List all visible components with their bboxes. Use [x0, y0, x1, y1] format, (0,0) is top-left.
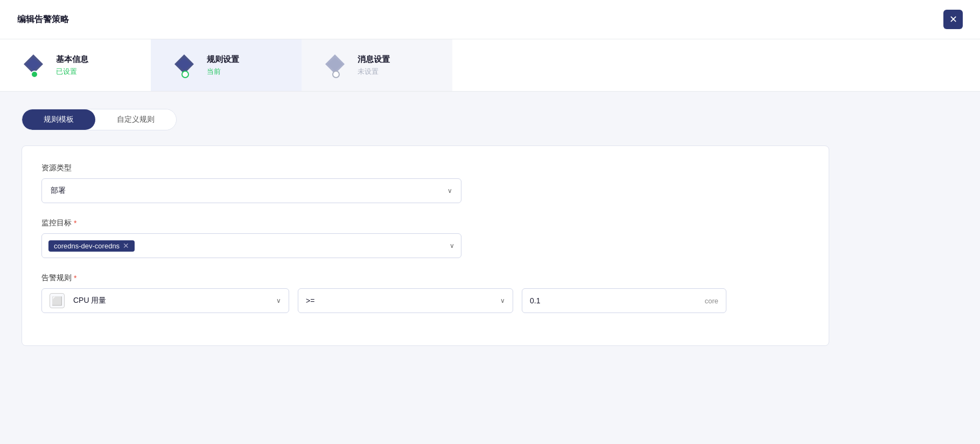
monitor-required-star: *	[74, 219, 76, 227]
step1-status-dot	[31, 71, 38, 78]
alert-rule-label: 告警规则 *	[41, 273, 809, 283]
resource-type-label: 资源类型	[41, 163, 809, 173]
rule-row: ⬜ CPU 用量 ∨ >= ∨ 0.1 core	[41, 288, 809, 313]
step1-icon-wrap	[22, 52, 47, 78]
custom-rule-button[interactable]: 自定义规则	[95, 109, 176, 130]
step-message-settings[interactable]: 消息设置 未设置	[302, 39, 452, 91]
cpu-icon: ⬜	[52, 296, 62, 306]
cpu-icon-wrap: ⬜	[50, 293, 65, 308]
monitor-target-field: 监控目标 * coredns-dev-coredns ✕ ∨	[41, 218, 809, 258]
form-card: 资源类型 部署 ∨ 监控目标 * coredns-dev-coredns	[22, 145, 829, 346]
rule-value-input[interactable]: 0.1 core	[522, 288, 726, 313]
page-title: 编辑告警策略	[17, 14, 69, 25]
rule-metric-select[interactable]: ⬜ CPU 用量 ∨	[41, 288, 289, 313]
monitor-target-chevron-icon: ∨	[450, 242, 454, 249]
resource-type-field: 资源类型 部署 ∨	[41, 163, 809, 203]
step2-text: 规则设置 当前	[207, 54, 239, 77]
resource-type-select[interactable]: 部署 ∨	[41, 178, 461, 203]
monitor-target-label: 监控目标 *	[41, 218, 809, 228]
metric-chevron-icon: ∨	[276, 297, 281, 304]
main-content: 规则模板 自定义规则 资源类型 部署 ∨ 监控目标 *	[0, 92, 980, 363]
svg-marker-5	[327, 58, 342, 71]
resource-type-chevron-icon: ∨	[447, 187, 452, 195]
rule-operator-select[interactable]: >= ∨	[298, 288, 513, 313]
alert-rule-field: 告警规则 * ⬜ CPU 用量 ∨ >= ∨	[41, 273, 809, 313]
step2-status: 当前	[207, 67, 239, 77]
operator-chevron-icon: ∨	[500, 297, 505, 304]
close-button[interactable]: ✕	[943, 10, 963, 29]
step3-icon-wrap	[323, 52, 349, 78]
step1-name: 基本信息	[56, 54, 88, 65]
step2-icon-wrap	[172, 52, 198, 78]
rule-toggle-group: 规则模板 自定义规则	[22, 109, 177, 130]
header: 编辑告警策略 ✕	[0, 0, 980, 39]
tag-select-left: coredns-dev-coredns ✕	[48, 240, 450, 252]
step3-status: 未设置	[358, 67, 390, 77]
step1-text: 基本信息 已设置	[56, 54, 88, 77]
rule-unit-label: core	[705, 297, 718, 305]
alert-rule-required-star: *	[74, 274, 76, 282]
step2-name: 规则设置	[207, 54, 239, 65]
step3-text: 消息设置 未设置	[358, 54, 390, 77]
steps-bar: 基本信息 已设置 规则设置 当前	[0, 39, 980, 92]
step-rule-settings[interactable]: 规则设置 当前	[151, 39, 302, 91]
page-wrapper: 编辑告警策略 ✕ 基本信息 已设置	[0, 0, 980, 444]
step3-status-dot	[332, 71, 340, 78]
svg-marker-1	[26, 58, 41, 71]
close-icon: ✕	[949, 13, 957, 25]
rule-template-button[interactable]: 规则模板	[22, 109, 95, 130]
step2-status-dot	[181, 71, 189, 78]
tag-remove-icon[interactable]: ✕	[123, 242, 129, 249]
step1-status: 已设置	[56, 67, 88, 77]
step-basic-info[interactable]: 基本信息 已设置	[0, 39, 151, 91]
monitor-target-select[interactable]: coredns-dev-coredns ✕ ∨	[41, 233, 461, 258]
step3-name: 消息设置	[358, 54, 390, 65]
svg-marker-3	[177, 58, 192, 71]
monitor-target-tag: coredns-dev-coredns ✕	[48, 240, 135, 252]
